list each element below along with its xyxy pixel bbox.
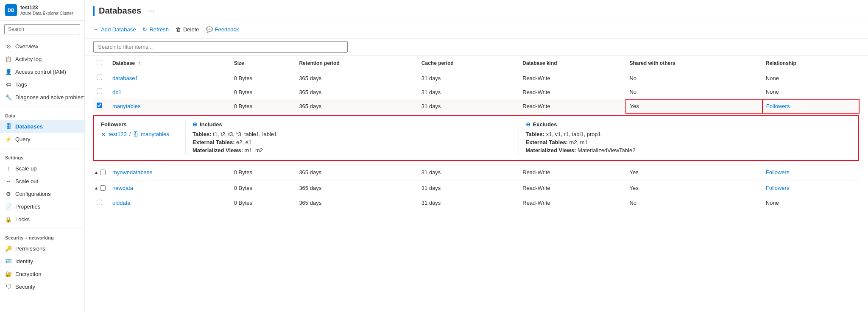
- follower-item: ✕ test123 / 🗄 manytables: [101, 131, 179, 138]
- overview-icon: ⊙: [5, 43, 12, 50]
- includes-external-tables: External Tables: e2, e1: [193, 139, 512, 145]
- excludes-tables: Tables: x1, v1, r1, tabl1, prop1: [526, 131, 845, 137]
- header-kind: Database kind: [519, 56, 626, 71]
- encryption-icon: 🔐: [5, 270, 12, 277]
- sidebar-item-security[interactable]: 🛡 Security: [0, 280, 84, 293]
- row-checkbox[interactable]: [100, 185, 106, 191]
- follower-cluster-name[interactable]: test123: [109, 131, 127, 137]
- db1-link[interactable]: db1: [112, 89, 122, 95]
- row-size-cell: 0 Bytes: [231, 71, 296, 85]
- sidebar-item-configurations[interactable]: ⚙ Configurations: [0, 187, 84, 200]
- table-row: ▲ myowndatabase 0 Bytes 365 days 31 days…: [93, 164, 859, 180]
- row-retention-cell: 365 days: [296, 71, 418, 85]
- row-checkbox[interactable]: [97, 103, 102, 108]
- row-relationship-cell: None: [762, 71, 859, 85]
- followers-detail-cell: Followers ✕ test123 / 🗄 manytables: [93, 113, 859, 165]
- cluster-name: test123: [20, 5, 73, 11]
- add-icon: ＋: [93, 25, 99, 33]
- sidebar-item-activity-log[interactable]: 📋 Activity log: [0, 53, 84, 65]
- security-icon: 🛡: [5, 283, 12, 290]
- manytables-link[interactable]: manytables: [112, 103, 140, 109]
- sidebar-item-query[interactable]: ⚡ Query: [0, 133, 84, 145]
- sidebar-item-tags[interactable]: 🏷 Tags: [0, 78, 84, 91]
- myowndatabase-link[interactable]: myowndatabase: [112, 169, 153, 176]
- table-row: db1 0 Bytes 365 days 31 days Read-Write …: [93, 85, 859, 99]
- row-checkbox-cell: [93, 196, 109, 210]
- row-db-name-cell: db1: [109, 85, 231, 99]
- sidebar-search-input[interactable]: [4, 24, 80, 34]
- newdata-link[interactable]: newdata: [112, 185, 133, 191]
- sidebar-item-scale-up[interactable]: ↑ Scale up: [0, 162, 84, 175]
- includes-materialized-views: Materialized Views: m1, m2: [193, 147, 512, 153]
- sidebar-item-overview[interactable]: ⊙ Overview: [0, 40, 84, 53]
- row-checkbox[interactable]: [100, 170, 106, 175]
- sidebar-item-databases[interactable]: 🗄 Databases: [0, 120, 84, 133]
- row-kind-cell: Read-Write: [519, 71, 626, 85]
- row-checkbox-cell: [93, 71, 109, 85]
- sidebar-nav: ⊙ Overview 📋 Activity log 👤 Access contr…: [0, 38, 84, 312]
- select-all-checkbox[interactable]: [97, 60, 102, 65]
- myowndatabase-followers-link[interactable]: Followers: [766, 169, 790, 176]
- excludes-section: ⊖ Excludes Tables: x1, v1, r1, tabl1, pr…: [519, 121, 852, 155]
- delete-button[interactable]: 🗑 Delete: [176, 25, 199, 34]
- row-checkbox[interactable]: [97, 75, 102, 80]
- refresh-button[interactable]: ↻ Refresh: [142, 25, 169, 34]
- row-checkbox-cell: [93, 85, 109, 99]
- includes-title: ⊕ Includes: [193, 121, 512, 128]
- manytables-followers-link[interactable]: Followers: [766, 103, 790, 109]
- sidebar: DB test123 Azure Data Explorer Cluster ⊙…: [0, 0, 85, 312]
- databases-table-container: Database ↑ Size Retention period Cache p…: [85, 56, 868, 312]
- sidebar-search-container: [0, 21, 84, 38]
- excludes-icon: ⊖: [526, 121, 530, 128]
- tags-icon: 🏷: [5, 81, 12, 88]
- sidebar-item-permissions[interactable]: 🔑 Permissions: [0, 242, 84, 255]
- sidebar-item-properties[interactable]: 📄 Properties: [0, 200, 84, 213]
- sidebar-item-identity[interactable]: 🪪 Identity: [0, 255, 84, 267]
- followers-section: Followers ✕ test123 / 🗄 manytables: [101, 121, 186, 155]
- follower-db-name[interactable]: manytables: [141, 131, 169, 137]
- more-options-icon[interactable]: ···: [148, 6, 154, 15]
- chevron-newdata[interactable]: ▲: [94, 186, 98, 190]
- chevron-myowndatabase[interactable]: ▲: [94, 170, 98, 175]
- newdata-followers-link[interactable]: Followers: [766, 185, 790, 191]
- databases-icon: 🗄: [5, 123, 12, 130]
- data-section-label: Data: [0, 109, 84, 120]
- iam-icon: 👤: [5, 68, 12, 75]
- row-checkbox[interactable]: [97, 200, 102, 205]
- filter-search-container: [85, 39, 868, 56]
- followers-expanded-row: Followers ✕ test123 / 🗄 manytables: [93, 113, 859, 165]
- cluster-type: Azure Data Explorer Cluster: [20, 11, 73, 16]
- header-retention: Retention period: [296, 56, 418, 71]
- security-section-label: Security + networking: [0, 231, 84, 242]
- refresh-icon: ↻: [142, 26, 147, 33]
- delete-icon: 🗑: [176, 26, 181, 33]
- main-content: Databases ··· ＋ Add Database ↻ Refresh 🗑…: [85, 0, 868, 312]
- header-size: Size: [231, 56, 296, 71]
- table-header: Database ↑ Size Retention period Cache p…: [93, 56, 859, 71]
- sidebar-item-diagnose[interactable]: 🔧 Diagnose and solve problems: [0, 91, 84, 103]
- row-db-name-cell: newdata: [109, 180, 231, 196]
- header-database[interactable]: Database ↑: [109, 56, 231, 71]
- add-database-button[interactable]: ＋ Add Database: [93, 24, 136, 35]
- sidebar-item-scale-out[interactable]: ↔ Scale out: [0, 175, 84, 187]
- sidebar-item-locks[interactable]: 🔒 Locks: [0, 213, 84, 226]
- sidebar-item-encryption[interactable]: 🔐 Encryption: [0, 267, 84, 280]
- table-row: ▲ newdata 0 Bytes 365 days 31 days Read-…: [93, 180, 859, 196]
- table-row: olddata 0 Bytes 365 days 31 days Read-Wr…: [93, 196, 859, 210]
- database1-link[interactable]: database1: [112, 75, 138, 81]
- row-db-name-cell: database1: [109, 71, 231, 85]
- excludes-title: ⊖ Excludes: [526, 121, 845, 128]
- row-checkbox[interactable]: [97, 89, 102, 94]
- olddata-link[interactable]: olddata: [112, 200, 131, 206]
- table-row: database1 0 Bytes 365 days 31 days Read-…: [93, 71, 859, 85]
- table-body: database1 0 Bytes 365 days 31 days Read-…: [93, 71, 859, 210]
- filter-search-input[interactable]: [93, 41, 348, 53]
- row-cache-cell: 31 days: [418, 71, 519, 85]
- identity-icon: 🪪: [5, 258, 12, 265]
- sidebar-item-iam[interactable]: 👤 Access control (IAM): [0, 65, 84, 78]
- row-db-name-cell: olddata: [109, 196, 231, 210]
- follower-db-icon: 🗄: [133, 131, 138, 137]
- includes-icon: ⊕: [193, 121, 197, 128]
- header-cache: Cache period: [418, 56, 519, 71]
- feedback-button[interactable]: 💬 Feedback: [206, 25, 239, 34]
